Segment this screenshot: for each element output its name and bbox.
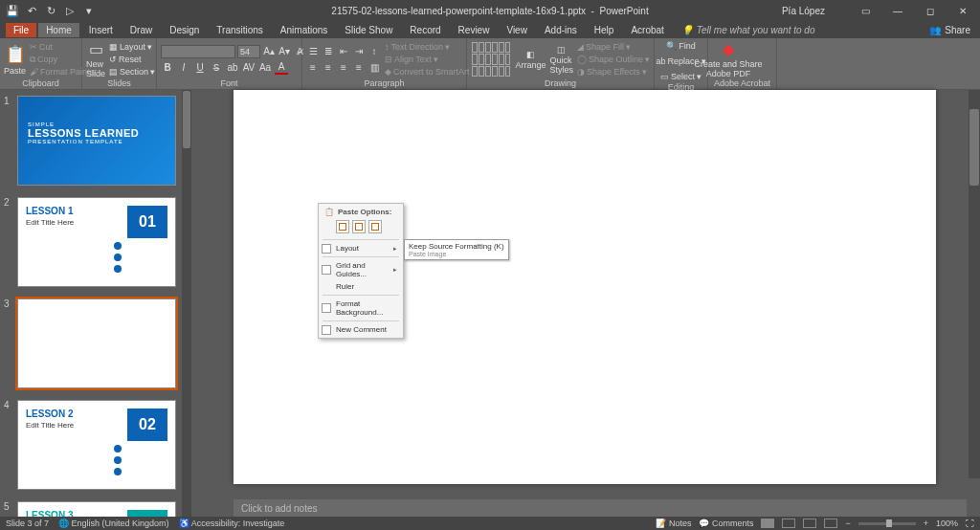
tab-slideshow[interactable]: Slide Show — [337, 23, 400, 37]
tab-design[interactable]: Design — [162, 23, 207, 37]
align-left-button[interactable]: ≡ — [306, 61, 320, 75]
shape-effects-button[interactable]: ◑Shape Effects▾ — [577, 66, 650, 77]
spacing-button[interactable]: AV — [242, 61, 256, 75]
line-spacing-button[interactable]: ↕ — [368, 45, 381, 58]
zoom-in-button[interactable]: + — [924, 519, 928, 528]
share-button[interactable]: 👥 Share — [929, 25, 970, 35]
thumbnail-3[interactable]: 3 — [0, 293, 191, 394]
tab-record[interactable]: Record — [402, 23, 448, 37]
shape-fill-button[interactable]: ◢Shape Fill▾ — [577, 41, 650, 53]
arrange-button[interactable]: ◧Arrange — [515, 50, 546, 70]
increase-indent-button[interactable]: ⇥ — [352, 45, 366, 58]
ctx-ruler[interactable]: Ruler — [319, 280, 403, 293]
status-comments-button[interactable]: 💬 Comments — [699, 519, 753, 528]
find-button[interactable]: 🔍Find — [666, 40, 696, 52]
paste-keep-source-formatting[interactable] — [352, 220, 366, 233]
tab-transitions[interactable]: Transitions — [209, 23, 271, 37]
thumbnail-1[interactable]: 1 SIMPLE LESSONS LEARNED PRESENTATION TE… — [0, 90, 191, 191]
close-button[interactable]: ✕ — [949, 0, 976, 21]
create-adobe-pdf-button[interactable]: ◆ Create and Share Adobe PDF — [712, 40, 745, 78]
notes-pane[interactable]: Click to add notes — [234, 496, 967, 517]
tab-file[interactable]: File — [6, 23, 36, 37]
redo-icon[interactable]: ↻ — [44, 4, 57, 17]
undo-icon[interactable]: ↶ — [25, 4, 38, 17]
align-right-button[interactable]: ≡ — [337, 61, 350, 75]
thumbnail-5[interactable]: 5 LESSON 3 Edit Title Here 03 — [0, 496, 191, 517]
align-text-button[interactable]: ⊟Align Text▾ — [385, 54, 477, 65]
bullets-button[interactable]: ☰ — [306, 45, 320, 58]
paste-use-destination-theme[interactable] — [336, 220, 349, 233]
ctx-format-background[interactable]: Format Background... — [319, 298, 403, 319]
tab-animations[interactable]: Animations — [273, 23, 335, 37]
user-avatar-icon[interactable] — [831, 3, 846, 18]
section-button[interactable]: ▤Section▾ — [109, 66, 155, 77]
ctx-new-comment[interactable]: New Comment — [319, 323, 403, 336]
strike-button[interactable]: S̶ — [210, 61, 223, 75]
effects-icon: ◑ — [577, 66, 585, 77]
qat-more-icon[interactable]: ▾ — [82, 4, 96, 17]
tab-insert[interactable]: Insert — [81, 23, 121, 37]
reset-button[interactable]: ↺Reset — [109, 54, 155, 65]
ribbon-options-icon[interactable]: ▭ — [852, 0, 879, 21]
shapes-gallery[interactable] — [471, 41, 511, 77]
font-size-input[interactable] — [237, 45, 260, 58]
status-slide-number[interactable]: Slide 3 of 7 — [6, 519, 49, 528]
fit-to-window-button[interactable]: ⛶ — [966, 519, 974, 528]
view-reading-button[interactable] — [803, 519, 816, 528]
zoom-out-button[interactable]: − — [845, 519, 850, 528]
ctx-layout[interactable]: Layout▸ — [319, 242, 403, 254]
status-accessibility[interactable]: ♿ Accessibility: Investigate — [179, 519, 285, 528]
view-normal-button[interactable] — [761, 519, 774, 528]
ctx-grid-guides[interactable]: Grid and Guides...▸ — [319, 259, 403, 280]
new-slide-button[interactable]: ▭ New Slide — [86, 40, 105, 78]
thumbnail-2[interactable]: 2 LESSON 1 Edit Title Here 01 — [0, 191, 191, 293]
status-language[interactable]: 🌐 English (United Kingdom) — [58, 519, 169, 528]
start-slideshow-icon[interactable]: ▷ — [63, 4, 77, 17]
thumbnail-4[interactable]: 4 LESSON 2 Edit Title Here 02 — [0, 394, 191, 496]
tab-review[interactable]: Review — [451, 23, 498, 37]
justify-button[interactable]: ≡ — [352, 61, 366, 75]
maximize-button[interactable]: ◻ — [917, 0, 944, 21]
increase-font-icon[interactable]: A▴ — [262, 45, 276, 58]
decrease-font-icon[interactable]: A▾ — [278, 45, 291, 58]
tab-acrobat[interactable]: Acrobat — [623, 23, 671, 37]
font-color-button[interactable]: A — [275, 61, 288, 75]
minimize-button[interactable]: — — [884, 0, 911, 21]
text-direction-icon: ↕ — [385, 41, 390, 53]
bold-button[interactable]: B — [161, 61, 174, 75]
underline-button[interactable]: U — [193, 61, 207, 75]
layout-button[interactable]: ▦Layout▾ — [109, 41, 155, 53]
align-center-button[interactable]: ≡ — [322, 61, 335, 75]
decrease-indent-button[interactable]: ⇤ — [337, 45, 350, 58]
view-sorter-button[interactable] — [782, 519, 795, 528]
user-name[interactable]: Pía López — [782, 6, 825, 16]
zoom-slider[interactable] — [858, 522, 916, 525]
quick-styles-button[interactable]: ◫Quick Styles — [549, 45, 573, 75]
status-notes-button[interactable]: 📝 Notes — [656, 519, 691, 528]
view-slideshow-button[interactable] — [824, 519, 837, 528]
tab-home[interactable]: Home — [38, 23, 79, 37]
columns-button[interactable]: ▥ — [368, 61, 381, 75]
thumbnail-scrollbar[interactable] — [182, 90, 191, 517]
paste-button[interactable]: 📋 Paste — [4, 44, 26, 76]
case-button[interactable]: Aa — [258, 61, 272, 75]
tab-view[interactable]: View — [499, 23, 535, 37]
align-text-icon: ⊟ — [385, 54, 392, 65]
numbering-button[interactable]: ≣ — [322, 45, 335, 58]
shadow-button[interactable]: ab — [226, 61, 239, 75]
italic-button[interactable]: I — [177, 61, 190, 75]
shape-outline-button[interactable]: ◯Shape Outline▾ — [577, 54, 650, 65]
paste-picture[interactable] — [368, 220, 382, 233]
tab-draw[interactable]: Draw — [122, 23, 160, 37]
arrange-icon: ◧ — [526, 50, 535, 59]
zoom-level[interactable]: 100% — [936, 519, 958, 528]
tab-help[interactable]: Help — [587, 23, 622, 37]
save-icon[interactable]: 💾 — [6, 4, 19, 17]
text-direction-button[interactable]: ↕Text Direction▾ — [385, 41, 477, 53]
convert-smartart-button[interactable]: ◆Convert to SmartArt▾ — [385, 66, 477, 77]
font-name-input[interactable] — [161, 45, 235, 58]
tell-me-search[interactable]: 💡 Tell me what you want to do — [681, 25, 815, 35]
outline-icon: ◯ — [577, 54, 587, 65]
editor-scrollbar[interactable] — [969, 90, 980, 478]
tab-addins[interactable]: Add-ins — [537, 23, 585, 37]
